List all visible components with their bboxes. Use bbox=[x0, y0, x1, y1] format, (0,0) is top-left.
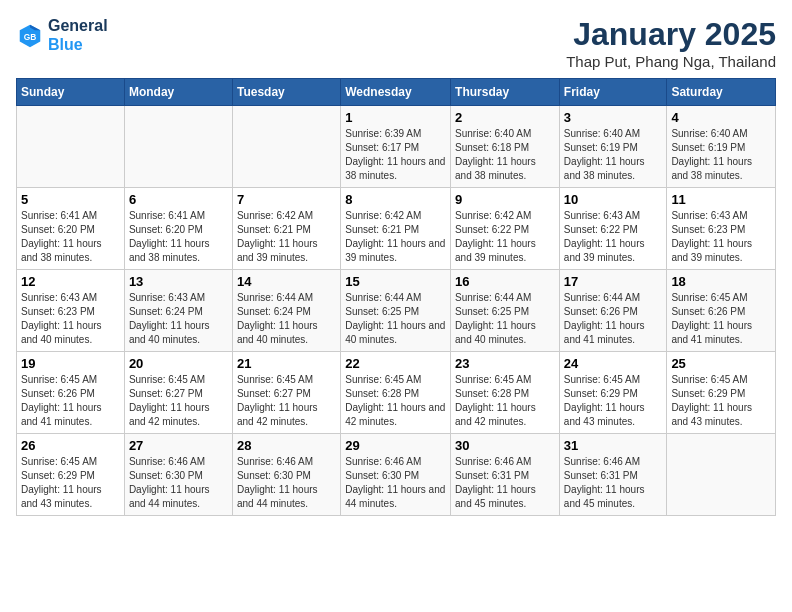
logo-icon: GB bbox=[16, 21, 44, 49]
day-number: 11 bbox=[671, 192, 771, 207]
day-info: Sunrise: 6:41 AM Sunset: 6:20 PM Dayligh… bbox=[129, 209, 228, 265]
calendar-cell: 23Sunrise: 6:45 AM Sunset: 6:28 PM Dayli… bbox=[451, 352, 560, 434]
day-number: 7 bbox=[237, 192, 336, 207]
calendar-week-1: 1Sunrise: 6:39 AM Sunset: 6:17 PM Daylig… bbox=[17, 106, 776, 188]
calendar-cell bbox=[232, 106, 340, 188]
day-number: 6 bbox=[129, 192, 228, 207]
day-info: Sunrise: 6:39 AM Sunset: 6:17 PM Dayligh… bbox=[345, 127, 446, 183]
calendar-cell: 20Sunrise: 6:45 AM Sunset: 6:27 PM Dayli… bbox=[124, 352, 232, 434]
calendar-cell: 12Sunrise: 6:43 AM Sunset: 6:23 PM Dayli… bbox=[17, 270, 125, 352]
day-number: 17 bbox=[564, 274, 663, 289]
calendar-cell: 8Sunrise: 6:42 AM Sunset: 6:21 PM Daylig… bbox=[341, 188, 451, 270]
day-number: 28 bbox=[237, 438, 336, 453]
day-number: 15 bbox=[345, 274, 446, 289]
header-tuesday: Tuesday bbox=[232, 79, 340, 106]
header-saturday: Saturday bbox=[667, 79, 776, 106]
day-info: Sunrise: 6:46 AM Sunset: 6:31 PM Dayligh… bbox=[564, 455, 663, 511]
header-thursday: Thursday bbox=[451, 79, 560, 106]
calendar-cell: 4Sunrise: 6:40 AM Sunset: 6:19 PM Daylig… bbox=[667, 106, 776, 188]
day-number: 16 bbox=[455, 274, 555, 289]
calendar-cell: 11Sunrise: 6:43 AM Sunset: 6:23 PM Dayli… bbox=[667, 188, 776, 270]
day-number: 29 bbox=[345, 438, 446, 453]
calendar-cell: 5Sunrise: 6:41 AM Sunset: 6:20 PM Daylig… bbox=[17, 188, 125, 270]
day-number: 20 bbox=[129, 356, 228, 371]
logo: GB General Blue bbox=[16, 16, 108, 54]
calendar-header: SundayMondayTuesdayWednesdayThursdayFrid… bbox=[17, 79, 776, 106]
calendar-cell: 1Sunrise: 6:39 AM Sunset: 6:17 PM Daylig… bbox=[341, 106, 451, 188]
day-number: 9 bbox=[455, 192, 555, 207]
day-info: Sunrise: 6:43 AM Sunset: 6:23 PM Dayligh… bbox=[671, 209, 771, 265]
day-info: Sunrise: 6:43 AM Sunset: 6:23 PM Dayligh… bbox=[21, 291, 120, 347]
day-info: Sunrise: 6:46 AM Sunset: 6:30 PM Dayligh… bbox=[237, 455, 336, 511]
header-monday: Monday bbox=[124, 79, 232, 106]
day-info: Sunrise: 6:45 AM Sunset: 6:27 PM Dayligh… bbox=[237, 373, 336, 429]
logo-line1: General bbox=[48, 16, 108, 35]
day-number: 10 bbox=[564, 192, 663, 207]
day-number: 24 bbox=[564, 356, 663, 371]
day-number: 23 bbox=[455, 356, 555, 371]
day-info: Sunrise: 6:45 AM Sunset: 6:28 PM Dayligh… bbox=[345, 373, 446, 429]
calendar-cell: 9Sunrise: 6:42 AM Sunset: 6:22 PM Daylig… bbox=[451, 188, 560, 270]
calendar-cell: 25Sunrise: 6:45 AM Sunset: 6:29 PM Dayli… bbox=[667, 352, 776, 434]
day-number: 13 bbox=[129, 274, 228, 289]
calendar-cell: 21Sunrise: 6:45 AM Sunset: 6:27 PM Dayli… bbox=[232, 352, 340, 434]
calendar-week-3: 12Sunrise: 6:43 AM Sunset: 6:23 PM Dayli… bbox=[17, 270, 776, 352]
calendar-cell: 2Sunrise: 6:40 AM Sunset: 6:18 PM Daylig… bbox=[451, 106, 560, 188]
day-number: 30 bbox=[455, 438, 555, 453]
day-number: 21 bbox=[237, 356, 336, 371]
day-info: Sunrise: 6:45 AM Sunset: 6:26 PM Dayligh… bbox=[21, 373, 120, 429]
calendar-cell: 15Sunrise: 6:44 AM Sunset: 6:25 PM Dayli… bbox=[341, 270, 451, 352]
header-friday: Friday bbox=[559, 79, 667, 106]
day-info: Sunrise: 6:44 AM Sunset: 6:26 PM Dayligh… bbox=[564, 291, 663, 347]
day-number: 22 bbox=[345, 356, 446, 371]
calendar-cell: 29Sunrise: 6:46 AM Sunset: 6:30 PM Dayli… bbox=[341, 434, 451, 516]
logo-line2: Blue bbox=[48, 35, 108, 54]
day-number: 12 bbox=[21, 274, 120, 289]
day-number: 19 bbox=[21, 356, 120, 371]
calendar-cell bbox=[667, 434, 776, 516]
svg-text:GB: GB bbox=[24, 32, 37, 42]
calendar-cell: 18Sunrise: 6:45 AM Sunset: 6:26 PM Dayli… bbox=[667, 270, 776, 352]
day-number: 18 bbox=[671, 274, 771, 289]
day-info: Sunrise: 6:42 AM Sunset: 6:22 PM Dayligh… bbox=[455, 209, 555, 265]
day-number: 27 bbox=[129, 438, 228, 453]
calendar-cell: 14Sunrise: 6:44 AM Sunset: 6:24 PM Dayli… bbox=[232, 270, 340, 352]
calendar-cell: 26Sunrise: 6:45 AM Sunset: 6:29 PM Dayli… bbox=[17, 434, 125, 516]
calendar-cell: 30Sunrise: 6:46 AM Sunset: 6:31 PM Dayli… bbox=[451, 434, 560, 516]
day-info: Sunrise: 6:43 AM Sunset: 6:22 PM Dayligh… bbox=[564, 209, 663, 265]
day-number: 1 bbox=[345, 110, 446, 125]
day-info: Sunrise: 6:45 AM Sunset: 6:29 PM Dayligh… bbox=[671, 373, 771, 429]
day-info: Sunrise: 6:42 AM Sunset: 6:21 PM Dayligh… bbox=[345, 209, 446, 265]
calendar-cell: 3Sunrise: 6:40 AM Sunset: 6:19 PM Daylig… bbox=[559, 106, 667, 188]
page-title: January 2025 bbox=[566, 16, 776, 53]
day-info: Sunrise: 6:40 AM Sunset: 6:19 PM Dayligh… bbox=[564, 127, 663, 183]
page-subtitle: Thap Put, Phang Nga, Thailand bbox=[566, 53, 776, 70]
day-number: 8 bbox=[345, 192, 446, 207]
calendar-cell: 27Sunrise: 6:46 AM Sunset: 6:30 PM Dayli… bbox=[124, 434, 232, 516]
day-info: Sunrise: 6:46 AM Sunset: 6:30 PM Dayligh… bbox=[129, 455, 228, 511]
day-info: Sunrise: 6:40 AM Sunset: 6:19 PM Dayligh… bbox=[671, 127, 771, 183]
day-number: 5 bbox=[21, 192, 120, 207]
calendar-cell: 17Sunrise: 6:44 AM Sunset: 6:26 PM Dayli… bbox=[559, 270, 667, 352]
header-sunday: Sunday bbox=[17, 79, 125, 106]
day-info: Sunrise: 6:43 AM Sunset: 6:24 PM Dayligh… bbox=[129, 291, 228, 347]
calendar-cell: 28Sunrise: 6:46 AM Sunset: 6:30 PM Dayli… bbox=[232, 434, 340, 516]
day-info: Sunrise: 6:41 AM Sunset: 6:20 PM Dayligh… bbox=[21, 209, 120, 265]
calendar-cell: 22Sunrise: 6:45 AM Sunset: 6:28 PM Dayli… bbox=[341, 352, 451, 434]
calendar-cell: 16Sunrise: 6:44 AM Sunset: 6:25 PM Dayli… bbox=[451, 270, 560, 352]
day-info: Sunrise: 6:45 AM Sunset: 6:26 PM Dayligh… bbox=[671, 291, 771, 347]
day-number: 26 bbox=[21, 438, 120, 453]
day-info: Sunrise: 6:45 AM Sunset: 6:29 PM Dayligh… bbox=[564, 373, 663, 429]
calendar-week-4: 19Sunrise: 6:45 AM Sunset: 6:26 PM Dayli… bbox=[17, 352, 776, 434]
day-info: Sunrise: 6:44 AM Sunset: 6:25 PM Dayligh… bbox=[345, 291, 446, 347]
header: GB General Blue January 2025 Thap Put, P… bbox=[16, 16, 776, 70]
calendar-cell: 24Sunrise: 6:45 AM Sunset: 6:29 PM Dayli… bbox=[559, 352, 667, 434]
title-area: January 2025 Thap Put, Phang Nga, Thaila… bbox=[566, 16, 776, 70]
day-info: Sunrise: 6:42 AM Sunset: 6:21 PM Dayligh… bbox=[237, 209, 336, 265]
calendar-cell: 19Sunrise: 6:45 AM Sunset: 6:26 PM Dayli… bbox=[17, 352, 125, 434]
calendar-cell bbox=[124, 106, 232, 188]
day-number: 2 bbox=[455, 110, 555, 125]
calendar-cell: 13Sunrise: 6:43 AM Sunset: 6:24 PM Dayli… bbox=[124, 270, 232, 352]
calendar-cell: 7Sunrise: 6:42 AM Sunset: 6:21 PM Daylig… bbox=[232, 188, 340, 270]
calendar-cell: 31Sunrise: 6:46 AM Sunset: 6:31 PM Dayli… bbox=[559, 434, 667, 516]
